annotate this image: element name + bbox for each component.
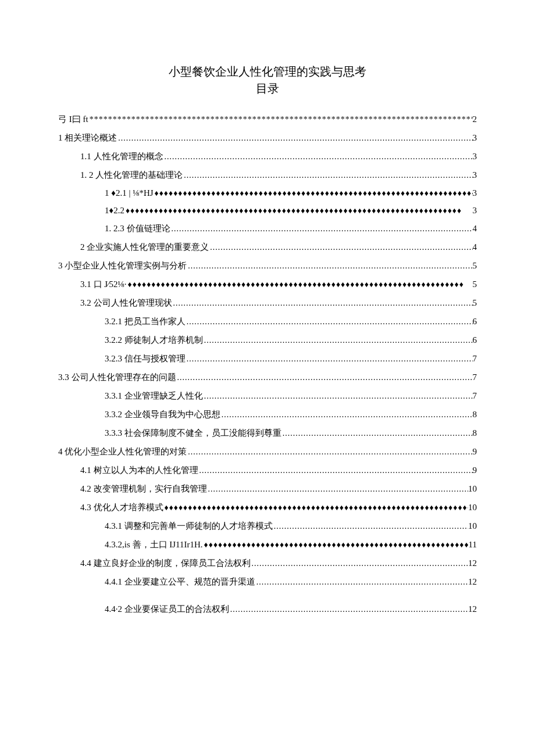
toc-entry: 4.3 优化人才培养模式10: [58, 502, 477, 513]
toc-leader: [183, 171, 472, 180]
toc-entry-page: 12: [468, 604, 477, 614]
toc-entry: 1 相关理论概述 3: [58, 132, 477, 144]
toc-entry: 3.3.1 企业管理缺乏人性化7: [58, 390, 477, 402]
toc-entry: 1 ♦2.1 | ⅛*HJ3: [58, 188, 477, 198]
toc-entry-page: 9: [473, 447, 477, 457]
toc-leader: [229, 605, 468, 614]
toc-entry-page: 11: [469, 540, 477, 550]
toc-entry-page: 2: [473, 114, 477, 124]
toc-entry-page: 5: [473, 280, 477, 289]
toc-leader: [187, 261, 472, 271]
toc-leader: [203, 336, 473, 345]
toc-leader: [187, 447, 472, 457]
toc-entry-text: 3.2.2 师徒制人才培养机制: [105, 335, 203, 346]
toc-entry: 3.2.3 信任与授权管理7: [58, 353, 477, 364]
toc-entry: 3.2.1 把员工当作家人6: [58, 316, 477, 327]
toc-entry-text: 1 ♦2.1 | ⅛*HJ: [105, 188, 154, 198]
toc-entry-text: 4.4·2 企业要保证员工的合法权利: [105, 604, 229, 615]
toc-entry-text: 4.4.1 企业要建立公平、规范的晋升渠道: [105, 576, 255, 587]
toc-entry: 1. 2.3 价值链理论4: [58, 223, 477, 234]
toc-entry-text: 3.2.3 信任与授权管理: [105, 353, 186, 364]
toc-entry-text: 4.1 树立以人为本的人性化管理: [80, 465, 198, 476]
toc-entry: 4.2 改变管理机制，实行自我管理 10: [58, 483, 477, 495]
toc-leader: [186, 354, 473, 364]
toc-entry: 弓 I曰 ft2: [58, 114, 477, 125]
toc-leader: [186, 317, 473, 327]
toc-entry: 3.3 公司人性化管理存在的问题7: [58, 372, 477, 383]
toc-entry-page: 7: [473, 372, 477, 382]
toc-leader: [124, 206, 473, 216]
toc-entry: 4.4·2 企业要保证员工的合法权利12: [58, 604, 477, 615]
document-header: 小型餐饮企业人性化管理的实践与思考 目录: [58, 64, 477, 96]
toc-leader: [203, 540, 469, 550]
toc-entry-page: 12: [468, 558, 477, 568]
toc-entry: 1♦2.2 3: [58, 206, 477, 216]
toc-leader: [154, 189, 473, 198]
toc-entry-text: 1. 2.3 价值链理论: [105, 223, 170, 234]
toc-entry-page: 6: [473, 335, 477, 345]
toc-entry-text: 1♦2.2: [105, 206, 124, 216]
toc-leader: [255, 578, 468, 587]
toc-leader: [198, 466, 473, 475]
toc-leader: [127, 280, 473, 289]
toc-entry-page: 4: [473, 242, 477, 252]
toc-entry-text: 4.3 优化人才培养模式: [80, 502, 163, 513]
document-title: 小型餐饮企业人性化管理的实践与思考: [58, 64, 477, 80]
toc-entry-page: 8: [473, 410, 477, 420]
toc-leader: [163, 152, 473, 162]
toc-entry-text: 4 优化小型企业人性化管理的对策: [58, 446, 187, 457]
toc-entry-page: 3: [473, 206, 477, 216]
toc-entry-page: 6: [473, 317, 477, 327]
toc-entry: 4.4 建立良好企业的制度，保障员工合法权利 12: [58, 558, 477, 569]
toc-entry-text: 1.1 人性化管理的概念: [80, 151, 163, 162]
toc-leader: [273, 522, 468, 531]
toc-leader: [176, 373, 473, 382]
toc-leader: [281, 429, 473, 438]
toc-leader: [172, 299, 473, 308]
table-of-contents: 弓 I曰 ft21 相关理论概述 31.1 人性化管理的概念31. 2 人性化管…: [58, 114, 477, 615]
toc-entry-text: 1 相关理论概述: [58, 132, 117, 144]
toc-entry-text: 3 小型企业人性化管理实例与分析: [58, 260, 187, 271]
toc-leader: [88, 115, 473, 124]
toc-leader: [207, 485, 469, 494]
toc-entry-text: 3.3.3 社会保障制度不健全，员工没能得到尊重: [105, 428, 281, 439]
toc-entry: 4.4.1 企业要建立公平、规范的晋升渠道12: [58, 576, 477, 587]
toc-leader: [170, 224, 473, 234]
toc-entry: 4 优化小型企业人性化管理的对策 9: [58, 446, 477, 457]
toc-entry-text: 4.4 建立良好企业的制度，保障员工合法权利: [80, 558, 251, 569]
toc-entry: 3.2 公司人性化管理现状5: [58, 298, 477, 309]
toc-entry-page: 3: [473, 188, 477, 198]
toc-entry-text: 3.1 口 J∕52⅛·: [80, 279, 127, 290]
toc-entry-text: 3.3.2 企业领导自我为中心思想: [105, 409, 220, 420]
toc-entry-page: 9: [473, 465, 477, 475]
toc-entry-page: 5: [473, 261, 477, 271]
toc-entry-text: 3.3 公司人性化管理存在的问题: [58, 372, 176, 383]
toc-entry: 1.1 人性化管理的概念3: [58, 151, 477, 162]
toc-entry: 4.1 树立以人为本的人性化管理9: [58, 465, 477, 476]
toc-entry-text: 4.2 改变管理机制，实行自我管理: [80, 483, 207, 495]
toc-leader: [209, 243, 472, 252]
toc-entry-page: 3: [473, 170, 477, 180]
toc-entry: 3.3.3 社会保障制度不健全，员工没能得到尊重8: [58, 428, 477, 439]
toc-entry: 3 小型企业人性化管理实例与分析 5: [58, 260, 477, 271]
toc-entry-text: 3.3.1 企业管理缺乏人性化: [105, 390, 203, 402]
toc-entry-page: 10: [468, 484, 477, 494]
toc-entry-page: 3: [473, 133, 477, 143]
toc-leader: [203, 392, 473, 401]
toc-leader: [117, 134, 472, 143]
toc-entry: 4.3.2,is 善，土口 IJ11Ir1H.11: [58, 539, 477, 550]
toc-leader: [220, 410, 473, 420]
toc-entry-page: 5: [473, 298, 477, 308]
toc-entry-text: 4.3.1 调整和完善单一师徒制的人才培养模式: [105, 521, 273, 532]
toc-entry-page: 12: [468, 577, 477, 587]
toc-entry-page: 7: [473, 391, 477, 401]
toc-entry: 3.2.2 师徒制人才培养机制6: [58, 335, 477, 346]
toc-entry-text: 4.3.2,is 善，土口 IJ11Ir1H.: [105, 539, 203, 550]
toc-entry-page: 10: [468, 503, 477, 513]
toc-entry-page: 3: [473, 152, 477, 162]
toc-entry: 1. 2 人性化管理的基础理论 3: [58, 170, 477, 181]
toc-leader: [163, 503, 469, 513]
toc-entry-text: 弓 I曰 ft: [58, 114, 88, 125]
toc-entry-page: 10: [468, 521, 477, 531]
toc-entry: 3.3.2 企业领导自我为中心思想8: [58, 409, 477, 420]
